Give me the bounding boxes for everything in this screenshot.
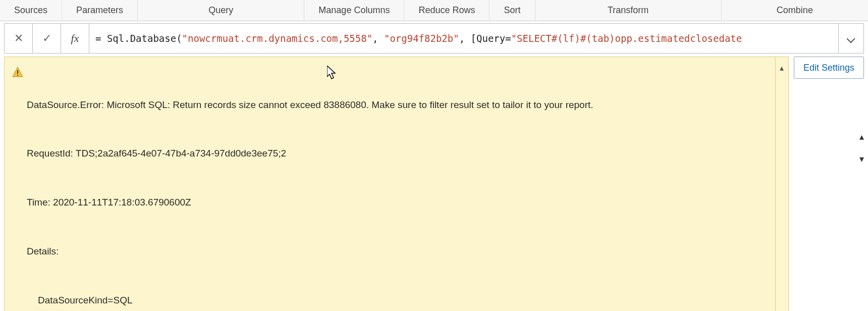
- ribbon: Sources Parameters Query Manage Columns …: [0, 0, 868, 21]
- formula-cancel-button[interactable]: ✕: [5, 24, 33, 53]
- tab-manage-columns[interactable]: Manage Columns: [304, 0, 404, 21]
- tab-transform[interactable]: Transform: [535, 0, 722, 21]
- error-body: DataSource.Error: Microsoft SQL: Return …: [5, 57, 775, 311]
- formula-dropdown[interactable]: [838, 24, 863, 53]
- formula-confirm-button[interactable]: ✓: [33, 24, 61, 53]
- formula-str2: "org94f82b2b": [384, 33, 459, 44]
- error-text[interactable]: DataSource.Error: Microsoft SQL: Return …: [27, 64, 766, 311]
- side-arrow-down-icon[interactable]: ▾: [859, 153, 864, 165]
- side-arrow-up-icon[interactable]: ▴: [859, 131, 864, 142]
- formula-bar: ✕ ✓ fx = Sql.Database("nowcrmuat.crm.dyn…: [4, 23, 864, 54]
- error-line-1: DataSource.Error: Microsoft SQL: Return …: [27, 97, 766, 113]
- tab-parameters[interactable]: Parameters: [62, 0, 138, 21]
- svg-rect-2: [17, 75, 18, 76]
- error-line-5: DataSourceKind=SQL: [27, 292, 766, 308]
- fx-icon[interactable]: fx: [61, 24, 89, 53]
- tab-combine[interactable]: Combine: [722, 0, 868, 21]
- tab-reduce-rows[interactable]: Reduce Rows: [404, 0, 490, 21]
- svg-rect-1: [17, 70, 18, 74]
- tab-sort[interactable]: Sort: [490, 0, 535, 21]
- formula-str1: "nowcrmuat.crm.dynamics.com,5558": [182, 33, 373, 44]
- content-row: DataSource.Error: Microsoft SQL: Return …: [4, 57, 864, 311]
- warning-icon: [12, 64, 27, 311]
- side-arrows: ▴ ▾: [859, 131, 864, 165]
- edit-settings-button[interactable]: Edit Settings: [794, 57, 864, 79]
- chevron-down-icon: [847, 36, 856, 41]
- error-scrollbar[interactable]: ▴ ▾: [775, 57, 788, 311]
- formula-sep1: ,: [372, 33, 384, 44]
- tab-sources[interactable]: Sources: [0, 0, 62, 21]
- error-panel: DataSource.Error: Microsoft SQL: Return …: [4, 57, 789, 311]
- tab-query[interactable]: Query: [138, 0, 304, 21]
- formula-sep2: , [Query=: [459, 33, 511, 44]
- error-line-2: RequestId: TDS;2a2af645-4e07-47b4-a734-9…: [27, 145, 766, 162]
- formula-prefix: = Sql.Database(: [95, 33, 182, 44]
- error-line-4: Details:: [27, 243, 766, 260]
- formula-input[interactable]: = Sql.Database("nowcrmuat.crm.dynamics.c…: [89, 33, 838, 44]
- scroll-up-icon[interactable]: ▴: [776, 57, 788, 78]
- formula-str3: "SELECT#(lf)#(tab)opp.estimatedclosedate: [511, 33, 742, 44]
- error-line-3: Time: 2020-11-11T17:18:03.6790600Z: [27, 194, 766, 211]
